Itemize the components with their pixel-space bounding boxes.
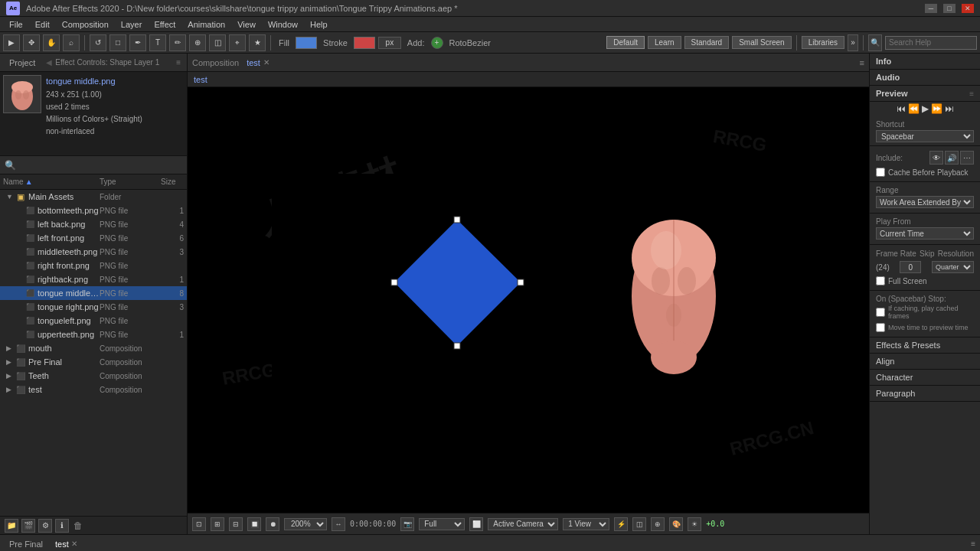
project-search-input[interactable] — [19, 161, 182, 170]
comp-camera-select[interactable]: Active Camera — [488, 518, 558, 530]
list-item-tongue-middle[interactable]: ⬛ tongue middle.png PNG file 8 — [0, 286, 187, 300]
comp-fast-preview-btn[interactable]: ⚡ — [614, 517, 628, 531]
fill-color[interactable] — [296, 37, 317, 49]
comp-tab-test[interactable]: test ✕ — [242, 57, 274, 69]
list-item-main-assets[interactable]: ▼ ▣ Main Assets Folder — [0, 190, 187, 204]
comp-fit-btn[interactable]: ↔ — [332, 517, 345, 531]
menu-layer[interactable]: Layer — [115, 18, 149, 31]
list-item-prefinal[interactable]: ▶ ⬛ Pre Final Composition — [0, 355, 187, 369]
close-button[interactable]: ✕ — [962, 4, 974, 13]
new-comp-btn[interactable]: 🎬 — [21, 519, 35, 533]
list-item-tongueleft[interactable]: ⬛ tongueleft.png PNG file — [0, 314, 187, 328]
preview-settings-icon[interactable]: ≡ — [969, 90, 974, 98]
minimize-button[interactable]: ─ — [925, 4, 937, 13]
add-btn[interactable]: + — [431, 37, 443, 49]
new-folder-btn[interactable]: 📁 — [5, 519, 18, 533]
list-item-rightback[interactable]: ⬛ rightback.png PNG file 1 — [0, 272, 187, 286]
range-select[interactable]: Work Area Extended By Current... Work Ar… — [876, 196, 974, 208]
tool-brush[interactable]: ✏ — [169, 34, 186, 51]
comp-view-select[interactable]: 1 View 2 Views — [563, 518, 609, 530]
panel-collapse[interactable]: ≡ — [175, 57, 182, 68]
tool-select[interactable]: ▶ — [3, 34, 20, 51]
tool-zoom[interactable]: ⌕ — [63, 34, 80, 51]
col-header-size[interactable]: Size — [161, 178, 184, 186]
include-overflow-btn[interactable]: ⋯ — [960, 151, 974, 165]
effect-controls-tab[interactable]: Effect Controls: Shape Layer 1 — [55, 58, 172, 67]
comp-grid-btn[interactable]: ⊞ — [211, 517, 224, 531]
comp-safe-area-btn[interactable]: ⊟ — [229, 517, 243, 531]
comp-snap-btn[interactable]: ⊡ — [192, 517, 206, 531]
workspace-learn[interactable]: Learn — [648, 36, 681, 49]
toolbar-more[interactable]: » — [848, 34, 858, 51]
workspace-small-screen[interactable]: Small Screen — [732, 36, 791, 49]
maximize-button[interactable]: □ — [943, 4, 956, 13]
search-input[interactable] — [885, 36, 977, 50]
tool-roto[interactable]: ⌖ — [229, 34, 246, 51]
tl-settings-icon[interactable]: ≡ — [971, 540, 975, 548]
comp-tab-close[interactable]: ✕ — [263, 58, 270, 67]
tl-tab-close[interactable]: ✕ — [71, 540, 77, 548]
skip-input[interactable] — [900, 261, 921, 273]
tool-rect[interactable]: □ — [109, 34, 126, 51]
list-item-bottomteeth[interactable]: ⬛ bottomteeth.png PNG file 1 — [0, 204, 187, 217]
comp-render-btn[interactable]: ⏺ — [266, 517, 279, 531]
include-video-btn[interactable]: 👁 — [929, 151, 943, 165]
menu-effect[interactable]: Effect — [148, 18, 181, 31]
movetime-checkbox[interactable] — [876, 323, 885, 332]
cache-checkbox[interactable] — [876, 168, 885, 177]
comp-resolution-select[interactable]: Full Half Quarter — [419, 518, 465, 530]
list-item-rightfront[interactable]: ⬛ right front.png PNG file — [0, 259, 187, 272]
shortcut-select[interactable]: Spacebar 0 (numpad) — [876, 130, 974, 142]
delete-btn[interactable]: 🗑 — [72, 520, 84, 532]
menu-help[interactable]: Help — [304, 18, 334, 31]
tool-pen[interactable]: ✒ — [129, 34, 146, 51]
comp-color-btn[interactable]: 🎨 — [669, 517, 683, 531]
effects-presets-header[interactable]: Effects & Presets — [870, 337, 980, 354]
tool-text[interactable]: T — [149, 34, 166, 51]
preview-play-btn[interactable]: ▶ — [922, 103, 929, 114]
tab-project[interactable]: Project — [5, 57, 40, 69]
footage-name[interactable]: tongue middle.png — [46, 75, 184, 89]
comp-transparency-btn[interactable]: ◫ — [632, 517, 646, 531]
comp-exposure-btn[interactable]: ☀ — [688, 517, 701, 531]
tool-eraser[interactable]: ◫ — [209, 34, 226, 51]
align-header[interactable]: Align — [870, 354, 980, 370]
menu-window[interactable]: Window — [262, 18, 304, 31]
expand-prefinal[interactable]: ▶ — [6, 358, 15, 366]
col-header-name[interactable]: Name ▲ — [3, 178, 100, 186]
stroke-color[interactable] — [354, 37, 375, 49]
tool-clone[interactable]: ⊕ — [189, 34, 206, 51]
tool-rotate[interactable]: ↺ — [90, 34, 106, 51]
menu-animation[interactable]: Animation — [181, 18, 231, 31]
expand-teeth[interactable]: ▶ — [6, 372, 15, 380]
comp-snapshot-btn[interactable]: 📷 — [400, 517, 414, 531]
project-settings-btn[interactable]: ⚙ — [38, 519, 52, 533]
expand-main-assets[interactable]: ▼ — [6, 193, 15, 201]
comp-region-btn[interactable]: ⬜ — [469, 517, 483, 531]
menu-file[interactable]: File — [3, 18, 29, 31]
fullscreen-checkbox[interactable] — [876, 276, 885, 285]
tl-tab-test[interactable]: test ✕ — [51, 538, 82, 550]
paragraph-header[interactable]: Paragraph — [870, 386, 980, 402]
comp-3d-btn[interactable]: 🔲 — [247, 517, 261, 531]
menu-edit[interactable]: Edit — [29, 18, 56, 31]
list-item-middleteeth[interactable]: ⬛ middleteeth.png PNG file 3 — [0, 245, 187, 259]
audio-section-header[interactable]: Audio — [870, 70, 980, 86]
list-item-leftfront[interactable]: ⬛ left front.png PNG file 6 — [0, 231, 187, 245]
interpret-footage-btn[interactable]: ℹ — [55, 519, 69, 533]
tool-puppet[interactable]: ★ — [249, 34, 266, 51]
preview-prev-btn[interactable]: ⏪ — [908, 103, 920, 114]
playfrom-select[interactable]: Current Time Start of Range — [876, 227, 974, 240]
caching-checkbox[interactable] — [876, 308, 885, 317]
list-item-leftback[interactable]: ⬛ left back.png PNG file 4 — [0, 217, 187, 231]
list-item-test[interactable]: ▶ ⬛ test Composition — [0, 383, 187, 396]
expand-mouth[interactable]: ▶ — [6, 344, 15, 352]
comp-pixel-btn[interactable]: ⊕ — [651, 517, 665, 531]
workspace-standard[interactable]: Standard — [684, 36, 730, 49]
workspace-default[interactable]: Default — [606, 36, 645, 49]
expand-test[interactable]: ▶ — [6, 386, 15, 393]
list-item-mouth[interactable]: ▶ ⬛ mouth Composition — [0, 341, 187, 355]
list-item-tongueright[interactable]: ⬛ tongue right.png PNG file 3 — [0, 300, 187, 314]
shape-layer-container[interactable] — [390, 216, 524, 350]
comp-zoom-select[interactable]: 200% 100% 50% — [284, 518, 327, 530]
